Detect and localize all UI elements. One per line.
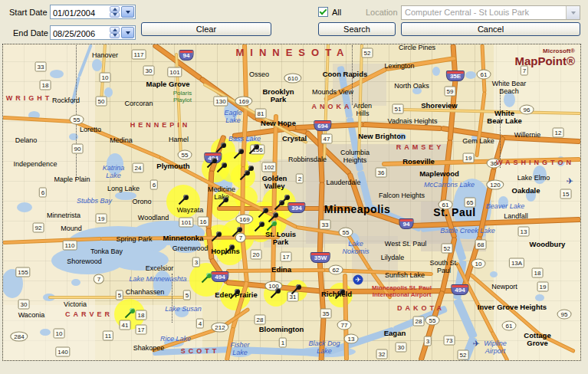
pushpin[interactable] xyxy=(274,200,284,211)
all-checkbox[interactable] xyxy=(318,7,328,17)
map-label: Shakopee xyxy=(133,345,165,353)
map-label: Hamel xyxy=(169,136,189,144)
map-label: Shoreview xyxy=(421,102,458,110)
pushpin[interactable] xyxy=(229,289,240,300)
end-date-spinner[interactable] xyxy=(110,27,120,38)
map-label: Maple Grove xyxy=(146,80,189,88)
map-label: Minnetrista xyxy=(47,212,80,220)
end-date-label: End Date xyxy=(13,28,48,38)
search-window: { "toolbar": { "start_date": {"label": "… xyxy=(0,0,588,374)
pushpin[interactable] xyxy=(215,143,226,153)
start-date-input[interactable] xyxy=(51,5,110,18)
pushpin[interactable] xyxy=(248,144,259,155)
map-label: Stubbs Bay xyxy=(77,198,112,205)
map-label: Hanover xyxy=(92,52,118,60)
route-shield: 77 xyxy=(337,320,352,330)
road-segment xyxy=(481,44,486,92)
map-label: Coon Rapids xyxy=(323,71,368,78)
route-shield: 3 xyxy=(192,258,200,267)
interstate-shield: 35W xyxy=(310,252,330,263)
location-dropdown: Computer Central - St Louis Park xyxy=(401,5,580,20)
end-date-dropdown-icon[interactable] xyxy=(121,27,134,38)
route-shield: 16 xyxy=(198,217,209,227)
map-label: North Oaks xyxy=(394,83,429,90)
pushpin-green[interactable] xyxy=(266,221,277,231)
pushpin[interactable] xyxy=(224,244,235,255)
route-shield: 610 xyxy=(284,74,301,84)
pushpin[interactable] xyxy=(258,208,268,218)
route-shield: 12 xyxy=(553,128,564,138)
route-shield: 6 xyxy=(39,188,47,198)
pushpin[interactable] xyxy=(254,221,264,232)
start-date-field[interactable] xyxy=(50,5,136,19)
pushpin[interactable] xyxy=(206,158,217,169)
map-label: Rockford xyxy=(52,97,80,105)
route-shield: 28 xyxy=(255,315,266,325)
map-label: Edina xyxy=(271,266,291,274)
route-shield: 6 xyxy=(150,180,158,190)
pushpin[interactable] xyxy=(270,288,281,299)
spin-down-icon[interactable] xyxy=(110,12,120,18)
pushpin-green[interactable] xyxy=(201,273,212,284)
pushpin-green[interactable] xyxy=(124,308,135,319)
spin-down-icon[interactable] xyxy=(110,33,120,39)
map-label: Rice Lake xyxy=(160,336,191,343)
spin-up-icon[interactable] xyxy=(110,27,120,33)
pushpin[interactable] xyxy=(216,162,227,173)
map-label: Excelsior xyxy=(146,265,174,273)
pushpin[interactable] xyxy=(334,289,345,300)
map-label: Circle Pines xyxy=(399,44,435,52)
route-shield: 30 xyxy=(18,300,30,310)
route-shield: 32 xyxy=(376,349,388,359)
map-label: Lilydale xyxy=(381,254,405,262)
map-label: Tonka Bay xyxy=(90,248,123,256)
route-shield: 10 xyxy=(100,73,111,83)
interstate-shield: 694 xyxy=(314,120,331,131)
map-canvas[interactable]: Microsoft® MapPoint® 1173318103010150905… xyxy=(2,44,581,361)
map-label: Brooklyn Park xyxy=(262,88,294,104)
pushpin[interactable] xyxy=(178,195,189,205)
start-date-dropdown-icon[interactable] xyxy=(121,6,134,18)
pushpin[interactable] xyxy=(211,231,222,242)
cancel-button[interactable]: Cancel xyxy=(401,22,580,36)
lake-shape xyxy=(432,67,440,76)
pushpin[interactable] xyxy=(239,170,250,181)
pushpin[interactable] xyxy=(218,197,228,208)
map-label: Lexington xyxy=(384,63,414,71)
start-date-spinner[interactable] xyxy=(110,6,120,18)
end-date-input[interactable] xyxy=(51,26,110,39)
route-shield: 11 xyxy=(103,331,113,341)
road-segment xyxy=(456,262,494,332)
map-label: Wipline Airport xyxy=(484,340,506,355)
map-label: Beaver Lake xyxy=(486,203,525,211)
route-shield: 51 xyxy=(393,104,404,114)
route-shield: 18 xyxy=(136,310,147,320)
map-label: Falcon Heights xyxy=(379,192,425,200)
map-label: Bass Lake xyxy=(228,136,261,143)
route-shield: 18 xyxy=(532,268,544,278)
map-label: Loretto xyxy=(80,126,101,134)
route-shield: 55 xyxy=(339,228,353,238)
route-shield: 41 xyxy=(120,320,131,330)
route-shield: 62 xyxy=(329,265,343,275)
map-label: Arden Hills xyxy=(353,103,372,117)
pushpin[interactable] xyxy=(233,149,244,159)
spin-up-icon[interactable] xyxy=(110,6,120,12)
map-label: Fisher Lake xyxy=(230,342,249,356)
map-label: Victoria xyxy=(64,301,87,309)
end-date-field[interactable] xyxy=(50,25,136,40)
pushpin[interactable] xyxy=(291,284,301,295)
search-button[interactable]: Search xyxy=(318,22,396,36)
map-label: Maple Plain xyxy=(54,176,90,184)
route-shield: 130 xyxy=(213,97,228,107)
map-label: Wayzata xyxy=(177,207,204,215)
pushpin[interactable] xyxy=(232,227,242,238)
route-shield: 30 xyxy=(143,66,155,76)
map-label: Minnetonka xyxy=(163,235,204,242)
route-shield: 5 xyxy=(116,290,123,300)
route-shield: 17 xyxy=(136,325,147,335)
clear-button[interactable]: Clear xyxy=(141,22,271,36)
route-shield: 5 xyxy=(183,290,191,300)
map-label: WRIGHT xyxy=(6,95,53,103)
route-shield: 2 xyxy=(296,174,304,184)
